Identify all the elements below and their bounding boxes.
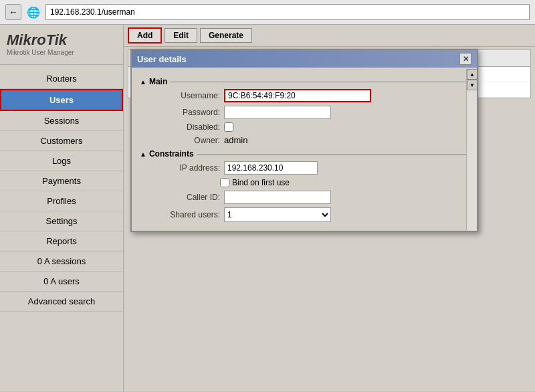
password-input[interactable]	[224, 106, 331, 119]
caller-id-label: Caller ID:	[146, 193, 220, 202]
sidebar-item-sessions-count[interactable]: 0 A sessions	[0, 252, 123, 272]
sidebar-item-settings[interactable]: Settings	[0, 211, 123, 231]
browser-chrome: ← 🌐	[0, 0, 535, 25]
sidebar-item-users[interactable]: Users	[0, 89, 123, 111]
sidebar-item-routers[interactable]: Routers	[0, 69, 123, 89]
sidebar-item-sessions[interactable]: Sessions	[0, 111, 123, 131]
bind-first-use-checkbox[interactable]	[220, 178, 229, 187]
owner-label: Owner:	[146, 136, 220, 145]
sidebar-item-profiles[interactable]: Profiles	[0, 191, 123, 211]
dialog-title: User details	[137, 54, 187, 64]
constraints-section-label: Constraints	[149, 149, 194, 159]
shared-users-select[interactable]: 1	[224, 207, 331, 222]
section-divider-constraints	[197, 154, 469, 155]
globe-icon: 🌐	[27, 5, 40, 19]
sidebar-item-logs[interactable]: Logs	[0, 151, 123, 171]
caller-id-row: Caller ID:	[140, 191, 469, 204]
logo-mikro: Mikro	[7, 31, 46, 48]
shared-users-row: Shared users: 1	[140, 207, 469, 222]
password-label: Password:	[146, 108, 220, 117]
sidebar: MikroTik Mikrotik User Manager Routers U…	[0, 25, 124, 391]
disabled-label: Disabled:	[146, 122, 220, 132]
content-area: Add Edit Generate ▽ Username	[124, 25, 535, 391]
logo-subtitle: Mikrotik User Manager	[7, 49, 116, 56]
section-divider	[170, 82, 469, 82]
generate-button[interactable]: Generate	[200, 28, 252, 43]
password-row: Password:	[140, 106, 469, 119]
logo-area: MikroTik Mikrotik User Manager	[0, 27, 123, 65]
dialog-overlay: User details ✕ Main Username:	[130, 49, 528, 391]
dialog-close-button[interactable]: ✕	[459, 53, 471, 65]
logo: MikroTik	[7, 33, 116, 47]
sidebar-item-reports[interactable]: Reports	[0, 231, 123, 252]
bind-first-use-row: Bind on first use	[140, 178, 469, 187]
dialog-body: Main Username: Password:	[132, 68, 477, 231]
dialog-scrollbar: ▲ ▼	[466, 69, 477, 231]
sidebar-item-customers[interactable]: Customers	[0, 131, 123, 151]
ip-address-row: IP address:	[140, 161, 469, 175]
disabled-row: Disabled:	[140, 122, 469, 132]
logo-tik: Tik	[46, 31, 67, 48]
owner-value: admin	[224, 135, 247, 145]
user-details-dialog: User details ✕ Main Username:	[130, 49, 478, 232]
disabled-checkbox[interactable]	[224, 122, 233, 132]
sidebar-item-users-count[interactable]: 0 A users	[0, 272, 123, 292]
username-row: Username:	[140, 89, 469, 102]
username-input[interactable]	[224, 89, 371, 102]
ip-address-input[interactable]	[224, 161, 318, 175]
constraints-section-header: Constraints	[140, 149, 469, 159]
back-button[interactable]: ←	[5, 4, 21, 20]
username-label: Username:	[146, 91, 220, 100]
bind-first-use-label: Bind on first use	[232, 178, 290, 187]
caller-id-input[interactable]	[224, 191, 331, 204]
dialog-titlebar: User details ✕	[132, 50, 477, 68]
main-section-label: Main	[149, 77, 167, 86]
shared-users-label: Shared users:	[146, 210, 220, 219]
main-container: MikroTik Mikrotik User Manager Routers U…	[0, 25, 535, 391]
main-section-header: Main	[140, 77, 469, 86]
add-button[interactable]: Add	[128, 27, 162, 43]
scrollbar-down-button[interactable]: ▼	[467, 80, 477, 90]
owner-row: Owner: admin	[140, 135, 469, 145]
sidebar-item-payments[interactable]: Payments	[0, 171, 123, 191]
scrollbar-up-button[interactable]: ▲	[467, 69, 477, 80]
url-bar[interactable]	[45, 4, 530, 20]
toolbar: Add Edit Generate	[124, 25, 535, 47]
edit-button[interactable]: Edit	[165, 28, 197, 43]
ip-address-label: IP address:	[146, 163, 220, 173]
sidebar-item-advanced-search[interactable]: Advanced search	[0, 292, 123, 312]
